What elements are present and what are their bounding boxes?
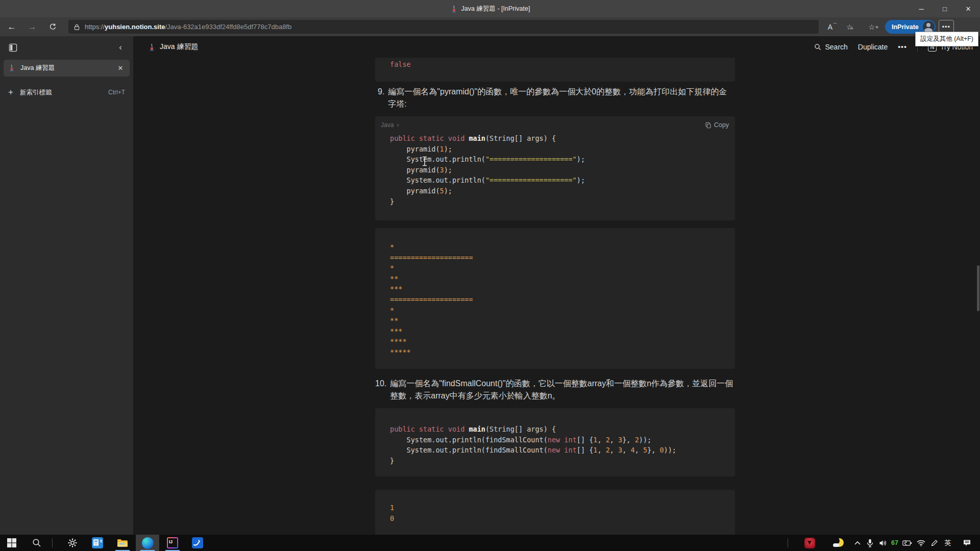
back-button[interactable]: ←: [3, 19, 20, 35]
notion-content-scroll-area[interactable]: false 9. 編寫一個名為"pyramid()"的函數，唯一的參數為一個大於…: [133, 58, 980, 535]
taskbar-divider: [52, 538, 53, 547]
contacts-app-button[interactable]: [86, 535, 109, 551]
question-10[interactable]: 10. 編寫一個名為"findSmallCount()"的函數，它以一個整數ar…: [375, 378, 735, 402]
inprivate-label: InPrivate: [892, 23, 919, 31]
edge-icon: [142, 537, 154, 549]
search-icon: [32, 538, 41, 547]
collapse-sidebar-button[interactable]: ‹: [114, 41, 127, 54]
more-options-button[interactable]: •••: [898, 43, 907, 51]
tray-expand-button[interactable]: [850, 535, 865, 551]
copy-icon: [705, 122, 712, 129]
weather-button[interactable]: [828, 535, 849, 551]
output-block-findsmallcount[interactable]: 10: [375, 490, 735, 535]
maximize-button[interactable]: □: [933, 0, 957, 17]
microphone-tray-button[interactable]: [863, 535, 876, 551]
sidebar-header: ‹: [0, 36, 133, 59]
settings-app-button[interactable]: [61, 535, 84, 551]
plus-icon: +: [8, 87, 13, 97]
forward-button[interactable]: →: [23, 19, 41, 35]
mail-app-icon: [192, 537, 203, 548]
battery-icon: [902, 540, 912, 546]
ime-language-button[interactable]: 英: [940, 535, 955, 551]
notion-page: Java 練習題 Search Duplicate ••• N Try Noti…: [133, 36, 980, 535]
url-scheme: https://: [85, 23, 105, 31]
vantage-app-button[interactable]: [798, 535, 821, 551]
file-explorer-button[interactable]: [111, 535, 134, 551]
window-controls: ─ □ ✕: [910, 0, 980, 17]
wifi-tray-button[interactable]: [914, 535, 928, 551]
page-favicon-icon: [450, 5, 458, 13]
pen-icon: [930, 539, 938, 547]
favorites-bar-button[interactable]: ☆≡: [866, 20, 881, 34]
close-tab-button[interactable]: ✕: [116, 64, 125, 73]
speaker-icon: [879, 539, 887, 547]
tab-actions-icon: [9, 43, 17, 52]
settings-tooltip: 設定及其他 (Alt+F): [915, 32, 978, 46]
window-title: Java 練習題 - [InPrivate]: [461, 5, 530, 13]
duplicate-label: Duplicate: [858, 43, 888, 51]
wifi-icon: [917, 540, 925, 546]
contacts-app-icon: [92, 537, 103, 548]
new-tab-label: 新索引標籤: [20, 88, 102, 97]
minimize-button[interactable]: ─: [910, 0, 933, 17]
browser-titlebar: Java 練習題 - [InPrivate] ─ □ ✕: [0, 0, 980, 17]
tray-divider: [788, 538, 788, 547]
new-tab-button[interactable]: + 新索引標籤 Ctrl+T: [4, 85, 130, 100]
notion-breadcrumb[interactable]: Java 練習題: [148, 42, 198, 52]
url-path: /Java-632a1e933df24ffd8e5df778c7dba8fb: [165, 23, 292, 31]
code-content: public static void main(String[] args) {…: [390, 133, 727, 207]
duplicate-button[interactable]: Duplicate: [858, 43, 888, 51]
output-block-pyramid[interactable]: *====================******=============…: [375, 228, 735, 369]
code-block-findsmallcount-main[interactable]: public static void main(String[] args) {…: [375, 408, 735, 477]
power-tray-button[interactable]: [899, 535, 915, 551]
profile-avatar: [923, 21, 935, 33]
action-center-icon: [963, 539, 971, 547]
question-10-text: 編寫一個名為"findSmallCount()"的函數，它以一個整數array和…: [390, 378, 735, 402]
language-label: Java: [381, 121, 394, 129]
previous-output-block: false: [375, 58, 735, 82]
code-block-pyramid-main[interactable]: Java ∨ Copy public static void main(Stri…: [375, 116, 735, 220]
weather-moon-icon: [833, 537, 844, 548]
chevron-down-icon: ∨: [396, 122, 400, 128]
refresh-button[interactable]: [44, 19, 61, 35]
search-button[interactable]: Search: [814, 43, 847, 51]
question-9-text: 編寫一個名為"pyramid()"的函數，唯一的參數為一個大於0的整數，功能為打…: [388, 86, 735, 110]
ime-label: 英: [945, 538, 951, 547]
vertical-scrollbar-thumb[interactable]: [977, 265, 979, 311]
list-number: 10.: [375, 378, 390, 402]
tooltip-text: 設定及其他 (Alt+F): [920, 35, 973, 42]
copy-label: Copy: [714, 121, 729, 129]
close-button[interactable]: ✕: [957, 0, 980, 17]
url-host: yuhsien.notion.site: [105, 23, 165, 31]
url-text: https://yuhsien.notion.site/Java-632a1e9…: [85, 23, 291, 31]
tab-actions-button[interactable]: [6, 41, 19, 54]
question-9[interactable]: 9. 編寫一個名為"pyramid()"的函數，唯一的參數為一個大於0的整數，功…: [378, 86, 735, 110]
browser-toolbar: ← → https://yuhsien.notion.site/Java-632…: [0, 17, 980, 36]
notion-topbar: Java 練習題 Search Duplicate ••• N Try Noti…: [133, 36, 980, 58]
windows-ink-button[interactable]: [927, 535, 941, 551]
vertical-tabs-sidebar: ‹ Java 練習題 ✕ + 新索引標籤 Ctrl+T: [0, 36, 133, 535]
notion-page-icon: [148, 43, 156, 51]
intellij-icon: IJ: [167, 537, 178, 548]
start-button[interactable]: [0, 535, 23, 551]
window-title-group: Java 練習題 - [InPrivate]: [450, 5, 530, 13]
copy-button[interactable]: Copy: [705, 121, 729, 129]
mail-app-button[interactable]: [186, 535, 209, 551]
list-number: 9.: [378, 86, 388, 110]
microphone-icon: [867, 539, 873, 547]
intellij-idea-button[interactable]: IJ: [161, 535, 184, 551]
windows-logo-icon: [7, 538, 16, 547]
action-center-button[interactable]: [957, 535, 977, 551]
address-bar[interactable]: https://yuhsien.notion.site/Java-632a1e9…: [68, 20, 819, 34]
taskbar-search-button[interactable]: [25, 535, 48, 551]
active-tab[interactable]: Java 練習題 ✕: [4, 60, 130, 77]
search-icon: [814, 43, 821, 51]
tab-title: Java 練習題: [20, 64, 111, 72]
refresh-icon: [49, 23, 57, 31]
chevron-up-icon: [854, 540, 861, 545]
edge-browser-button[interactable]: [136, 535, 159, 551]
add-favorite-button[interactable]: ☆+: [842, 20, 857, 34]
read-aloud-button[interactable]: A⌒: [825, 20, 840, 34]
notion-page-title: Java 練習題: [160, 42, 198, 52]
language-selector[interactable]: Java ∨: [381, 121, 400, 129]
